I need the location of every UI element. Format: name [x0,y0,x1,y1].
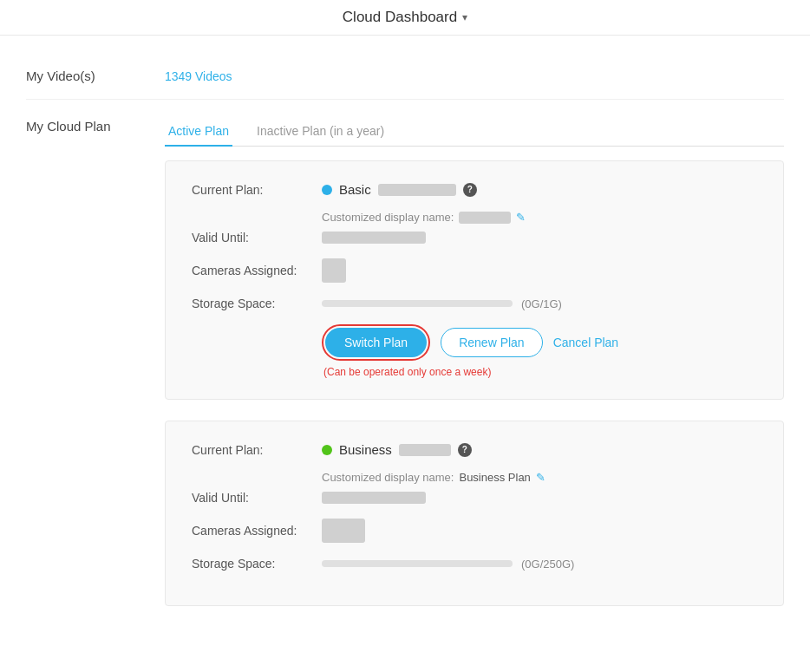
cloud-plan-section: My Cloud Plan Active Plan Inactive Plan … [26,100,784,623]
switch-plan-button[interactable]: Switch Plan [325,328,427,357]
business-cameras-blurred [322,519,365,543]
basic-plan-card: Current Plan: Basic ? Customized display… [165,160,784,400]
header-title: Cloud Dashboard ▾ [343,9,467,26]
basic-storage-text: (0G/1G) [521,297,562,310]
business-help-icon[interactable]: ? [458,443,472,457]
plan-tabs-content: Active Plan Inactive Plan (in a year) Cu… [165,117,784,606]
business-valid-until-value [322,492,426,504]
basic-current-plan-label: Current Plan: [192,183,322,197]
business-valid-blurred [322,492,426,504]
header: Cloud Dashboard ▾ [0,0,810,36]
basic-plan-value: Basic ? [322,182,477,197]
cancel-plan-button[interactable]: Cancel Plan [553,336,619,349]
business-plan-card: Current Plan: Business ? Customized disp… [165,421,784,606]
business-storage-bar [322,560,513,567]
renew-plan-button[interactable]: Renew Plan [441,328,543,357]
business-current-plan-row: Current Plan: Business ? [192,442,757,457]
basic-storage-value: (0G/1G) [322,297,562,310]
basic-valid-until-label: Valid Until: [192,231,322,245]
videos-count[interactable]: 1349 Videos [165,69,232,83]
plan-tabs: Active Plan Inactive Plan (in a year) [165,117,784,147]
business-cameras-value [322,519,365,543]
basic-customized-blurred [459,212,511,224]
basic-customized-row: Customized display name: ✎ [322,211,757,224]
videos-label: My Video(s) [26,69,165,83]
business-storage-text: (0G/250G) [521,558,574,571]
business-storage-value: (0G/250G) [322,558,574,571]
once-a-week-notice: (Can be operated only once a week) [322,366,757,378]
basic-cameras-blurred [322,258,346,283]
videos-section: My Video(s) 1349 Videos [26,53,784,100]
chevron-down-icon[interactable]: ▾ [462,11,467,23]
business-plan-dot [322,445,332,455]
business-customized-value: Business Plan [459,471,530,484]
basic-cameras-value [322,258,346,283]
basic-valid-until-row: Valid Until: [192,231,757,245]
business-plan-value: Business ? [322,442,472,457]
basic-btn-row: Switch Plan Renew Plan Cancel Plan [322,324,757,361]
basic-cameras-row: Cameras Assigned: [192,258,757,283]
tab-inactive-plan[interactable]: Inactive Plan (in a year) [253,117,388,147]
basic-storage-row: Storage Space: (0G/1G) [192,297,757,310]
basic-storage-label: Storage Space: [192,297,322,310]
basic-valid-until-value [322,232,426,244]
business-valid-until-label: Valid Until: [192,491,322,505]
business-edit-icon[interactable]: ✎ [536,471,545,484]
business-storage-row: Storage Space: (0G/250G) [192,557,757,571]
basic-current-plan-row: Current Plan: Basic ? [192,182,757,197]
business-storage-label: Storage Space: [192,557,322,571]
basic-buttons-area: Switch Plan Renew Plan Cancel Plan (Can … [322,324,757,378]
basic-plan-dot [322,185,332,195]
business-customized-row: Customized display name: Business Plan ✎ [322,471,757,484]
business-current-plan-label: Current Plan: [192,443,322,457]
business-customized-label: Customized display name: [322,471,454,484]
business-plan-name: Business [339,442,392,457]
basic-edit-icon[interactable]: ✎ [516,211,526,224]
app-title: Cloud Dashboard [343,9,457,26]
basic-customized-label: Customized display name: [322,211,454,224]
cloud-plan-label: My Cloud Plan [26,117,165,606]
basic-cameras-label: Cameras Assigned: [192,264,322,277]
basic-help-icon[interactable]: ? [463,183,477,197]
business-cameras-label: Cameras Assigned: [192,524,322,538]
business-plan-blurred [399,444,451,456]
main-content: My Video(s) 1349 Videos My Cloud Plan Ac… [0,36,810,641]
business-cameras-row: Cameras Assigned: [192,519,757,543]
basic-plan-name: Basic [339,182,371,197]
business-valid-until-row: Valid Until: [192,491,757,505]
basic-plan-blurred [378,184,456,196]
basic-valid-blurred [322,232,426,244]
tab-active-plan[interactable]: Active Plan [165,117,232,147]
switch-plan-highlight: Switch Plan [322,324,430,361]
basic-storage-bar [322,300,513,307]
